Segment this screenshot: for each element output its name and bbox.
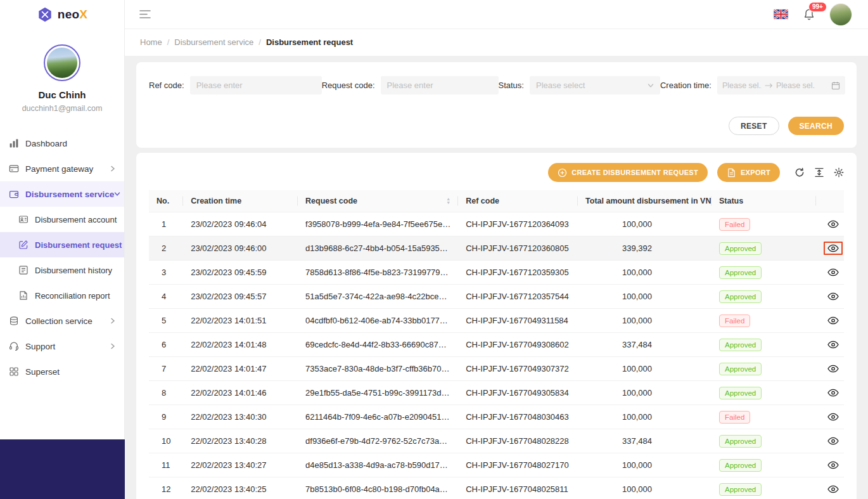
brand-logo[interactable]: neoX: [0, 0, 124, 29]
view-details-eye-icon[interactable]: [827, 219, 839, 229]
create-disbursement-request-button[interactable]: CREATE DISBURSEMENT REQUEST: [548, 163, 708, 182]
table-row: 922/02/2023 13:40:306211464b-7f09-4e6c-a…: [149, 405, 844, 429]
breadcrumb-separator: /: [258, 37, 261, 47]
sidebar-panel: neoX Duc Chinh ducchinh1@gmail.com Dashb…: [0, 0, 125, 439]
view-details-eye-icon[interactable]: [827, 412, 839, 422]
amount-cell: 100,000: [578, 405, 712, 429]
export-file-icon: [727, 168, 736, 178]
view-details-eye-icon[interactable]: [827, 460, 839, 470]
sort-carets-icon[interactable]: ▲▼: [446, 197, 450, 205]
sidebar-item-label: Collection service: [25, 316, 93, 326]
status-filter: Status: Please select: [499, 76, 660, 94]
reset-button[interactable]: RESET: [729, 117, 779, 135]
sidebar-item-superset[interactable]: Superset: [0, 359, 124, 384]
table-row: 522/02/2023 14:01:5104cdfbf0-b612-406e-a…: [149, 309, 844, 333]
status-select[interactable]: Please select: [530, 76, 660, 94]
user-avatar[interactable]: [44, 44, 80, 81]
sidebar-footer: [0, 439, 125, 499]
brand-hexagon-icon: [37, 6, 53, 23]
request-code-cell: d13b9688-6c27-4bb4-b054-15a593515995: [298, 237, 458, 261]
sidebar-item-disbursement-account[interactable]: Disbursement account: [0, 207, 124, 232]
view-details-eye-icon[interactable]: [827, 268, 839, 277]
view-details-eye-icon[interactable]: [827, 388, 839, 398]
view-details-eye-icon[interactable]: [827, 243, 839, 253]
disbursement-service-icon: [9, 189, 19, 199]
sidebar-item-support[interactable]: Support: [0, 334, 124, 359]
sidebar-item-label: Reconciliation report: [35, 291, 110, 301]
view-details-eye-icon[interactable]: [827, 484, 839, 494]
eye-wrap: [824, 434, 843, 448]
export-button-label: EXPORT: [741, 169, 770, 176]
sidebar-item-reconciliation-report[interactable]: Reconciliation report: [0, 283, 124, 308]
row-actions-cell: [816, 261, 844, 285]
sidebar-item-label: Payment gateway: [25, 164, 93, 174]
topbar-right: 99+: [774, 4, 852, 25]
view-details-eye-icon[interactable]: [827, 316, 839, 325]
sidebar-item-label: Disbursement account: [35, 215, 117, 224]
status-cell: Approved: [712, 333, 816, 357]
no-cell: 5: [149, 309, 183, 333]
ref-code-cell: CH-IPJFJV-1677049305834: [458, 381, 578, 405]
amount-cell: 100,000: [578, 477, 712, 499]
ref-code-cell: CH-IPJFJV-1677120360805: [458, 237, 578, 261]
row-actions-cell: [816, 405, 844, 429]
sidebar-item-collection-service[interactable]: Collection service: [0, 308, 124, 334]
status-badge: Approved: [719, 242, 762, 255]
column-label: Request code: [305, 197, 357, 205]
ref-code-cell: CH-IPJFJV-1677120359305: [458, 261, 578, 285]
reload-icon[interactable]: [795, 167, 805, 178]
view-details-eye-icon[interactable]: [827, 292, 839, 301]
creation-time-cell: 22/02/2023 14:01:51: [183, 309, 298, 333]
notifications-button[interactable]: 99+: [803, 8, 815, 21]
ref-code-cell: CH-IPJFJV-1677049307372: [458, 357, 578, 381]
column-height-icon[interactable]: [814, 167, 824, 178]
status-cell: Failed: [712, 309, 816, 333]
creation-time-start-input[interactable]: [722, 81, 762, 90]
amount-cell: 100,000: [578, 381, 712, 405]
eye-wrap: [824, 386, 843, 399]
sidebar-item-payment-gateway[interactable]: Payment gateway: [0, 156, 124, 181]
view-details-eye-icon[interactable]: [827, 364, 839, 373]
settings-gear-icon[interactable]: [834, 167, 844, 178]
ref-code-cell: CH-IPJFJV-1677049311584: [458, 309, 578, 333]
amount-cell: 100,000: [578, 357, 712, 381]
breadcrumb-item-disbursement-service[interactable]: Disbursement service: [174, 37, 253, 47]
creation-time-cell: 23/02/2023 09:45:59: [183, 261, 298, 285]
eye-wrap: [824, 458, 843, 472]
creation-time-end-input[interactable]: [776, 81, 815, 90]
table-row: 622/02/2023 14:01:4869cedcfc-8e4d-44f2-8…: [149, 333, 844, 357]
account-avatar[interactable]: [830, 4, 852, 25]
chevron-right-icon: [110, 318, 116, 324]
row-actions-cell: [816, 477, 844, 499]
sidebar-item-disbursement-request[interactable]: Disbursement request: [0, 232, 124, 257]
ref-code-input[interactable]: [190, 76, 322, 94]
amount-cell: 100,000: [578, 261, 712, 285]
no-cell: 7: [149, 357, 183, 381]
view-details-eye-icon[interactable]: [827, 436, 839, 446]
status-badge: Approved: [719, 483, 762, 496]
creation-time-range-picker[interactable]: [717, 76, 845, 94]
language-flag-icon[interactable]: [774, 10, 788, 19]
table-row: 123/02/2023 09:46:04f3958078-b999-4efa-9…: [149, 212, 844, 237]
superset-icon: [9, 366, 19, 377]
status-cell: Approved: [712, 261, 816, 285]
ref-code-cell: CH-IPJFJV-1677120364093: [458, 212, 578, 237]
status-badge: Approved: [719, 290, 762, 303]
creation-time-cell: 22/02/2023 13:40:30: [183, 405, 298, 429]
sidebar-item-dashboard[interactable]: Dashboard: [0, 131, 124, 156]
sidebar-item-label: Disbursement request: [35, 240, 122, 250]
column-header-request-code[interactable]: Request code▲▼: [298, 190, 458, 212]
breadcrumb-item-home[interactable]: Home: [140, 37, 162, 47]
sidebar-collapse-icon[interactable]: [139, 10, 151, 19]
search-button[interactable]: SEARCH: [788, 117, 844, 135]
sidebar-item-disbursement-history[interactable]: Disbursement history: [0, 257, 124, 283]
export-button[interactable]: EXPORT: [717, 163, 780, 182]
request-code-input[interactable]: [381, 76, 499, 94]
sidebar-item-label: Disbursement service: [25, 190, 114, 199]
no-cell: 4: [149, 285, 183, 309]
view-details-eye-icon[interactable]: [827, 340, 839, 349]
eye-wrap: [824, 217, 843, 231]
sidebar-item-disbursement-service[interactable]: Disbursement service: [0, 181, 124, 207]
chevron-right-icon: [110, 165, 116, 172]
ref-code-cell: CH-IPJFJV-1677048027170: [458, 453, 578, 477]
